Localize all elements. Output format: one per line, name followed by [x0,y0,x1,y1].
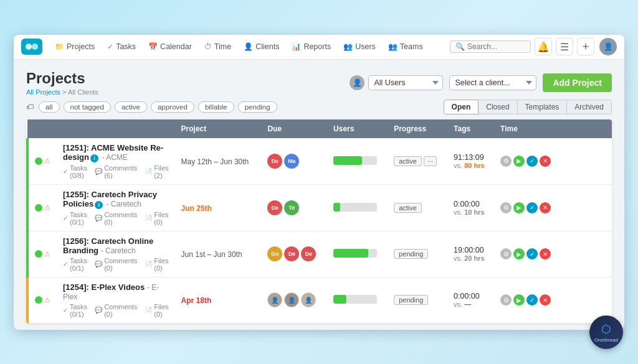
comments-meta-icon: 💬 [95,261,102,268]
tab-archived[interactable]: Archived [566,100,612,114]
client-select[interactable]: Select a client... [449,75,536,90]
th-actions [562,119,612,138]
status-cell: ⚠ [27,184,57,231]
filter-tag-all[interactable]: all [39,101,60,113]
nav-search[interactable]: 🔍 [450,40,531,53]
time-cell: 91:13:09 vs. 80 hrs [447,138,494,185]
tag-pill[interactable]: pending [394,295,428,305]
user-avatar: De [301,246,316,261]
tag-pill[interactable]: active [394,156,422,166]
filter-tag-pending[interactable]: pending [238,101,277,113]
nav-item-tasks[interactable]: ✓ Tasks [102,40,141,54]
th-status [57,119,175,138]
check-action[interactable]: ✓ [526,294,538,306]
user-select-wrap: 👤 All Users [350,75,443,90]
progress-bar [333,203,377,212]
list-view-button[interactable]: ☰ [556,38,573,55]
search-icon: 🔍 [455,42,465,51]
user-select-icon: 👤 [350,75,364,90]
search-input[interactable] [467,42,525,51]
project-meta: ✓ Tasks (0/1) 💬 Comments (0) 📄 Files (0) [63,303,169,318]
close-action[interactable]: ✕ [540,156,551,167]
add-button[interactable]: + [577,38,594,55]
warning-icon: ⚠ [44,250,50,258]
actions-cell: ⚙ ▶ ✓ ✕ [494,231,562,277]
app-window: 📁 Projects ✓ Tasks 📅 Calendar ⏱ Time 👤 C… [14,35,624,330]
user-avatar: Go [267,246,282,261]
nav-item-clients[interactable]: 👤 Clients [239,40,284,54]
play-action[interactable]: ▶ [513,156,525,167]
onethread-logo-icon: ⬡ [601,322,611,336]
files-meta-icon: 📄 [145,307,152,314]
page-title-section: Projects All Projects > All Clients [26,70,98,96]
comments-meta: 💬 Comments (0) [95,211,137,226]
time-cell: 0:00:00 vs. 10 hrs [447,184,494,231]
header-controls: 👤 All Users Select a client... Add Proje… [350,73,612,92]
warning-icon: ⚠ [44,157,50,165]
users-cell: DeMa [261,138,327,185]
tag-more[interactable]: ··· [424,156,437,166]
user-avatar: Te [284,200,299,215]
user-select[interactable]: All Users [368,75,443,90]
settings-action[interactable]: ⚙ [500,202,512,213]
settings-action[interactable]: ⚙ [500,156,512,167]
files-meta: 📄 Files (2) [145,164,168,179]
nav-item-time[interactable]: ⏱ Time [199,40,236,54]
onethread-badge[interactable]: ⬡ Onethread [589,315,623,349]
tab-templates[interactable]: Templates [517,100,568,114]
check-action[interactable]: ✓ [526,156,538,167]
project-title: [1256]: Caretech Online Branding - Caret… [63,236,169,255]
project-client: - Caretech [107,200,141,208]
status-dot [35,296,42,304]
filter-tag-active[interactable]: active [115,101,147,113]
progress-bar [333,156,377,165]
onethread-label: Onethread [594,337,618,343]
th-time: Time [494,119,562,138]
project-meta: ✓ Tasks (0/1) 💬 Comments (0) 📄 Files (0) [63,211,169,226]
close-action[interactable]: ✕ [540,202,551,213]
tab-closed[interactable]: Closed [478,100,517,114]
tag-pill[interactable]: active [394,203,422,213]
notifications-button[interactable]: 🔔 [535,38,552,55]
users-cell: DeTe [261,184,327,231]
breadcrumb-link[interactable]: All Projects [26,88,60,96]
close-action[interactable]: ✕ [540,294,551,306]
check-action[interactable]: ✓ [526,248,538,259]
user-avatar: 👤 [267,292,282,307]
check-action[interactable]: ✓ [526,202,538,213]
user-avatar[interactable]: 👤 [599,38,617,55]
settings-action[interactable]: ⚙ [500,248,512,259]
info-icon[interactable]: i [95,201,103,209]
nav-item-users[interactable]: 👥 Users [338,40,381,54]
top-nav: 📁 Projects ✓ Tasks 📅 Calendar ⏱ Time 👤 C… [14,35,624,60]
play-action[interactable]: ▶ [513,202,525,213]
clients-icon: 👤 [244,42,253,51]
comments-meta-icon: 💬 [95,215,102,222]
nav-item-projects[interactable]: 📁 Projects [50,40,100,54]
filter-tag-not-tagged[interactable]: not tagged [64,101,111,113]
tag-pill[interactable]: pending [394,249,428,259]
nav-item-reports[interactable]: 📊 Reports [287,40,336,54]
nav-item-calendar[interactable]: 📅 Calendar [143,40,197,54]
add-project-button[interactable]: Add Project [543,73,612,92]
files-meta-icon: 📄 [145,215,152,222]
due-date-cell: Jun 25th [175,184,262,231]
filter-tag-billable[interactable]: billable [198,101,234,113]
projects-icon: 📁 [55,42,64,51]
settings-action[interactable]: ⚙ [500,294,512,306]
play-action[interactable]: ▶ [513,294,525,306]
tasks-meta: ✓ Tasks (0/1) [63,211,87,226]
play-action[interactable]: ▶ [513,248,525,259]
due-date: Jun 1st – Jun 30th [181,250,242,259]
info-icon[interactable]: i [90,154,98,162]
close-action[interactable]: ✕ [540,248,551,259]
progress-bar-fill [333,203,340,212]
app-logo[interactable] [21,39,42,55]
files-meta: 📄 Files (0) [145,257,168,272]
filter-tag-approved[interactable]: approved [151,101,194,113]
tab-open[interactable]: Open [444,100,479,114]
tag-filter-icon: 🏷 [26,103,34,111]
nav-item-teams[interactable]: 👥 Teams [383,40,428,54]
time-vs-val: 20 hrs [464,254,484,262]
status-cell: ⚠ [27,277,57,323]
